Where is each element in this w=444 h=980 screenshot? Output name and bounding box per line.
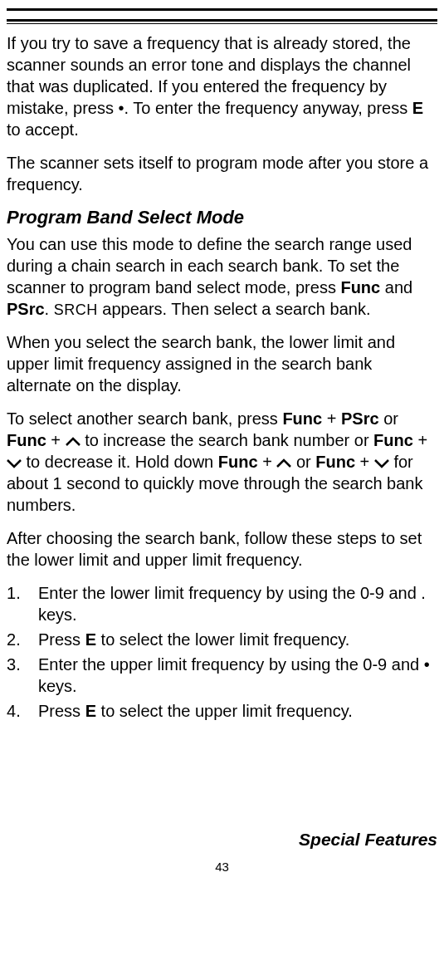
text: or: [291, 453, 315, 471]
rule-thin-2: [7, 23, 437, 24]
paragraph-5: To select another search bank, press Fun…: [7, 408, 437, 516]
chevron-down-icon: [7, 458, 22, 468]
key-func: Func: [218, 453, 258, 471]
text: +: [46, 431, 66, 449]
key-func: Func: [7, 431, 46, 449]
key-psrc: PSrc: [341, 409, 379, 428]
dot-symbol: •: [424, 655, 430, 674]
paragraph-2: The scanner sets itself to program mode …: [7, 152, 437, 195]
display-srch: SRCH: [54, 301, 98, 318]
text: or: [379, 409, 398, 428]
step-1: Enter the lower limit frequency by using…: [7, 582, 437, 625]
text: +: [322, 409, 341, 428]
text: .: [45, 300, 54, 318]
paragraph-1: If you try to save a frequency that is a…: [7, 32, 437, 140]
key-e: E: [412, 99, 423, 117]
text: Press: [38, 702, 85, 720]
key-e: E: [85, 630, 96, 649]
chevron-up-icon: [276, 458, 291, 468]
text: to decrease it. Hold down: [22, 453, 218, 471]
key-func: Func: [282, 409, 322, 428]
text: +: [413, 431, 427, 449]
text: to select the lower limit frequency.: [96, 630, 349, 649]
text: to accept.: [7, 120, 79, 139]
chevron-up-icon: [66, 437, 81, 447]
page-number: 43: [7, 860, 437, 874]
text: keys.: [38, 677, 77, 695]
rule-thin-1: [7, 19, 437, 22]
text: +: [355, 453, 374, 471]
step-2: Press E to select the lower limit freque…: [7, 629, 437, 650]
text: +: [258, 453, 277, 471]
text: to increase the search bank number or: [81, 431, 374, 449]
text: to select the upper limit frequency.: [96, 702, 353, 720]
paragraph-4: When you select the search bank, the low…: [7, 331, 437, 396]
text: Enter the upper limit frequency by using…: [38, 655, 424, 674]
rule-thick: [7, 8, 437, 11]
step-3: Enter the upper limit frequency by using…: [7, 654, 437, 697]
heading-program-band: Program Band Select Mode: [7, 207, 437, 228]
text: Enter the lower limit frequency by using…: [38, 584, 426, 624]
text: . To enter the frequency anyway, press: [124, 99, 412, 117]
chevron-down-icon: [374, 458, 389, 468]
key-func: Func: [373, 431, 413, 449]
key-e: E: [85, 702, 96, 720]
text: Press: [38, 630, 85, 649]
step-4: Press E to select the upper limit freque…: [7, 700, 437, 722]
paragraph-3: You can use this mode to define the sear…: [7, 233, 437, 320]
text: appears. Then select a search bank.: [98, 300, 371, 318]
key-psrc: PSrc: [7, 300, 45, 318]
key-func: Func: [340, 278, 380, 296]
text: To select another search bank, press: [7, 409, 282, 428]
paragraph-6: After choosing the search bank, follow t…: [7, 527, 437, 571]
footer-section-title: Special Features: [7, 830, 437, 850]
key-func: Func: [315, 453, 355, 471]
text: and: [380, 278, 412, 296]
steps-list: Enter the lower limit frequency by using…: [7, 582, 437, 722]
dot-symbol: •: [118, 99, 124, 117]
